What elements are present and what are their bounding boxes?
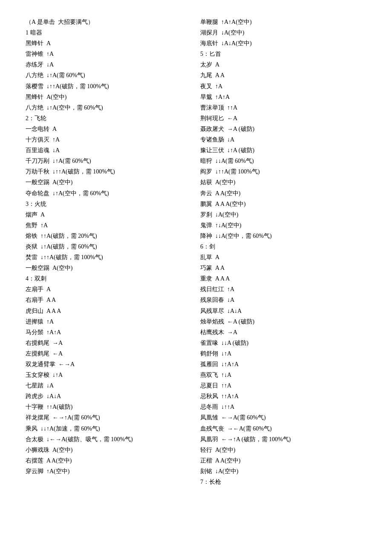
list-item: 凤凰雏 ←→A(需 60%气) [200, 413, 366, 422]
list-item: 燕双飞 ↑↓A [200, 370, 366, 380]
list-item: 鹏翼 A A A(空中) [200, 199, 366, 209]
list-item: 跨虎步 ↓A↓A [26, 391, 192, 401]
list-item: 七星踏 ↓A [26, 381, 192, 390]
list-item: 小狮戏珠 A(空中) [26, 445, 192, 455]
list-item: 左扇手 A [26, 284, 192, 294]
list-item: 残泉回春 ↓A [200, 295, 366, 305]
list-item: 专诸鱼肠 ↓A [200, 135, 366, 145]
list-item: 豫让三伏 ↓↑A (破防) [200, 145, 366, 155]
list-item: 马分鬃 ↑A↑A [26, 327, 192, 337]
list-item: 荆轲现匕 ←A [200, 113, 366, 123]
list-item: 黑蜂针 A [26, 38, 192, 48]
list-item: 暗狩 ↓↓A(需 60%气) [200, 156, 366, 166]
list-item: 祥龙摆尾 ←→↑A(需 60%气) [26, 413, 192, 422]
list-item: 阎罗 ↓↑↑A(需 100%气) [200, 167, 366, 176]
list-item: 4：双刺 [26, 274, 192, 283]
list-item: 夜叉 ↑A [200, 81, 366, 91]
list-item: 万劫千秋 ↓↑↑A(破防，需 100%气) [26, 167, 192, 176]
list-item: 血残气丧 →←A(需 60%气) [200, 424, 366, 434]
list-item: 3：火统 [26, 199, 192, 209]
list-item: 雀置喙 ↓↓A (破防) [200, 338, 366, 348]
list-item: 十字鞭 ↑↑A(破防) [26, 402, 192, 412]
left-column: （A 是单击 大招要满气）1 暗器黑蜂针 A雷神锥 ↑A赤练牙 ↓A八方绝 ↓↑… [26, 17, 192, 487]
list-item: 一般空踢 A(空中) [26, 263, 192, 273]
list-item: 曹沫举顶 ↑↑A [200, 103, 366, 113]
list-item: 罗刹 ↓A(空中) [200, 210, 366, 220]
list-item: 虎归山 A A A [26, 306, 192, 316]
list-item: 巧篆 A A [200, 263, 366, 273]
list-item: 烟声 A [26, 210, 192, 220]
list-item: 忌秋风 ↑↑A↑A [200, 391, 366, 401]
list-item: 旱魃 ↑A↑A [200, 92, 366, 102]
list-item: 合太极 ↓←→A(破防、吸气，需 100%气) [26, 434, 192, 444]
list-item: 忌冬雨 ↓↑↑A [200, 402, 366, 412]
list-item: 降神 ↓↓A(空中，需 60%气) [200, 231, 366, 241]
list-item: 海底针 ↓A↓A(空中) [200, 38, 366, 48]
list-item: 凤凰羽 ←→↑A (破防，需 100%气) [200, 434, 366, 444]
list-item: 正楷 A A(空中) [200, 456, 366, 465]
list-item: 鹤舒翎 ↓↑A [200, 349, 366, 358]
list-item: 一念电转 A [26, 124, 192, 134]
list-item: 八方绝 ↓↑A(需 60%气) [26, 70, 192, 80]
list-item: 一般空踢 A(空中) [26, 177, 192, 187]
list-item: 刻铭 ↓A(空中) [200, 466, 366, 476]
list-item: 单鞭腿 ↑A↑A(空中) [200, 17, 366, 27]
list-item: 乱草 A [200, 252, 366, 262]
list-item: 赤练牙 ↓A [26, 60, 192, 69]
list-item: 1 暗器 [26, 28, 192, 38]
list-item: 右扇手 A A [26, 295, 192, 305]
list-item: 鬼弹 ↑↓A(空中) [200, 220, 366, 230]
list-item: 穿云脚 ↑A(空中) [26, 466, 192, 476]
list-item: 7：长枪 [200, 477, 366, 487]
list-item: 轻行 A(空中) [200, 445, 366, 455]
list-item: 残日红江 ↑A [200, 284, 366, 294]
list-item: 聂政屠犬 →A (破防) [200, 124, 366, 134]
list-item: 乘风 ↓↓↑A(加速，需 60%气) [26, 424, 192, 434]
list-item: 左搅鹤尾 ←A [26, 349, 192, 358]
main-content: （A 是单击 大招要满气）1 暗器黑蜂针 A雷神锥 ↑A赤练牙 ↓A八方绝 ↓↑… [26, 17, 366, 487]
list-item: 6：剑 [200, 242, 366, 251]
list-item: 落樱雪 ↓↑↑A(破防，需 100%气) [26, 81, 192, 91]
list-item: 炎狱 ↓↑A(破防，需 60%气) [26, 242, 192, 251]
right-column: 单鞭腿 ↑A↑A(空中)湖探月 ↓A(空中)海底针 ↓A↓A(空中)5：匕首太岁… [200, 17, 366, 487]
list-item: 百里追魂 ↓A [26, 145, 192, 155]
list-item: 十方俱灭 ↑A [26, 135, 192, 145]
list-item: 九尾 A A [200, 70, 366, 80]
list-item: 双龙通臂掌 ←→A [26, 359, 192, 369]
list-item: 焚雷 ↓↑↑A(破防，需 100%气) [26, 252, 192, 262]
list-item: 黑蜂针 A(空中) [26, 92, 192, 102]
list-item: 奔云 A A(空中) [200, 188, 366, 198]
list-item: 5：匕首 [200, 49, 366, 59]
list-item: 右搅鹤尾 →A [26, 338, 192, 348]
list-item: 烛举焰残 ←A (破防) [200, 317, 366, 327]
list-item: 湖探月 ↓A(空中) [200, 28, 366, 38]
list-item: 夺命轮盘 ↓↑A(空中，需 60%气) [26, 188, 192, 198]
list-item: 2：飞轮 [26, 113, 192, 123]
list-item: 雷神锥 ↑A [26, 49, 192, 59]
list-item: 进撵猿 ↑A [26, 317, 192, 327]
list-item: 千刀万剐 ↓↑A(需 60%气) [26, 156, 192, 166]
list-item: 孤雁回 ↓↑A↑A [200, 359, 366, 369]
list-item: 八方绝 ↓↑A(空中，需 60%气) [26, 103, 192, 113]
list-item: 焦野 ↑A [26, 220, 192, 230]
list-item: 熔铁 ↑↑A(破防，需 20%气) [26, 231, 192, 241]
list-item: 枯鹰残木 →A [200, 327, 366, 337]
list-item: 太岁 A [200, 60, 366, 69]
list-item: 姑获 A(空中) [200, 177, 366, 187]
list-item: 风残草尽 ↓A↓A [200, 306, 366, 316]
list-item: 重隶 A A A [200, 274, 366, 283]
list-item: 右摆莲 A A(空中) [26, 456, 192, 465]
list-item: （A 是单击 大招要满气） [26, 17, 192, 27]
list-item: 忌夏日 ↑↑A [200, 381, 366, 390]
list-item: 玉女穿梭 ↓↑A [26, 370, 192, 380]
